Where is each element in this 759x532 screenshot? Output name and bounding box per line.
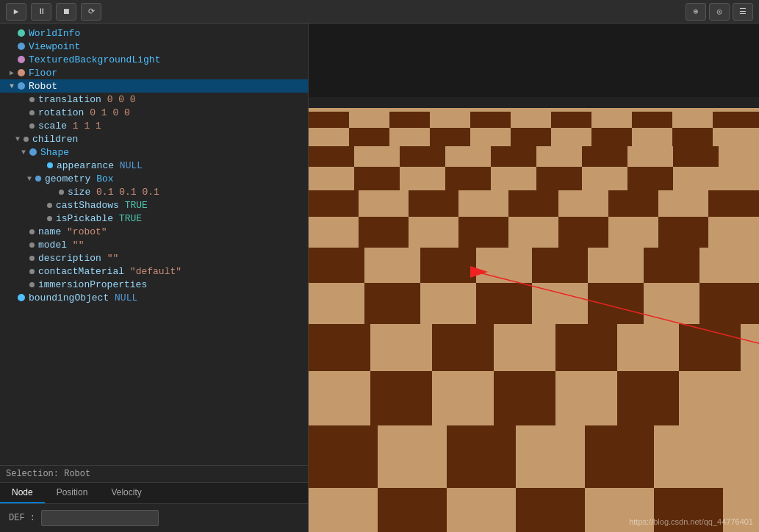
dot-boundingobject xyxy=(18,294,25,301)
dot-ispickable xyxy=(47,216,52,221)
dot-size xyxy=(59,190,64,195)
svg-rect-16 xyxy=(430,128,470,146)
svg-rect-41 xyxy=(644,248,699,283)
toolbar: ▶ ⏸ ⏹ ⟳ ⊕ ◎ ☰ xyxy=(0,0,759,24)
dot-texturedbg xyxy=(18,56,25,63)
tree-item-immersionprops[interactable]: immersionProperties xyxy=(0,278,308,291)
right-panel: https://blog.csdn.net/qq_44776401 xyxy=(309,24,759,532)
arrow-robot: ▼ xyxy=(6,80,18,92)
label-ispickable: isPickable TRUE xyxy=(56,213,142,224)
svg-rect-14 xyxy=(713,112,759,128)
label-viewpoint: Viewpoint xyxy=(29,41,80,52)
tree-item-viewpoint[interactable]: Viewpoint xyxy=(0,40,308,53)
label-shape: Shape xyxy=(40,147,69,158)
svg-rect-9 xyxy=(309,112,349,128)
arrow-contactmaterial xyxy=(18,265,29,277)
viewport-svg xyxy=(309,24,759,532)
tree-item-geometry[interactable]: ▼ geometry Box xyxy=(0,172,308,185)
toolbar-btn-step[interactable]: ⟳ xyxy=(81,3,101,21)
toolbar-btn-c[interactable]: ☰ xyxy=(733,3,753,21)
def-label: DEF : xyxy=(9,513,35,523)
svg-rect-46 xyxy=(309,324,370,371)
svg-rect-22 xyxy=(491,146,536,167)
tab-position[interactable]: Position xyxy=(45,483,100,503)
svg-rect-21 xyxy=(400,146,445,167)
label-translation: translation 0 0 0 xyxy=(38,94,136,105)
arrow-translation xyxy=(18,93,29,105)
tree-item-name[interactable]: name "robot" xyxy=(0,225,308,238)
label-worldinfo: WorldInfo xyxy=(29,28,80,39)
tree-item-children[interactable]: ▼ children xyxy=(0,132,308,145)
svg-rect-34 xyxy=(359,217,409,248)
svg-rect-13 xyxy=(632,112,672,128)
svg-rect-33 xyxy=(708,190,759,217)
svg-rect-38 xyxy=(309,248,364,283)
def-row: DEF : xyxy=(0,504,308,532)
dot-scale xyxy=(29,123,35,129)
selection-text: Selection: Robot xyxy=(6,469,90,479)
tree-item-ispickable[interactable]: isPickable TRUE xyxy=(0,212,308,225)
svg-rect-56 xyxy=(378,488,447,532)
toolbar-btn-pause[interactable]: ⏸ xyxy=(31,3,51,21)
svg-rect-18 xyxy=(591,128,632,146)
svg-rect-25 xyxy=(354,167,400,190)
tab-node[interactable]: Node xyxy=(0,483,45,503)
arrow-shape: ▼ xyxy=(18,146,29,158)
tree-item-floor[interactable]: ▶ Floor xyxy=(0,66,308,79)
tab-velocity[interactable]: Velocity xyxy=(99,483,153,503)
svg-rect-32 xyxy=(608,190,658,217)
arrow-texturedbg xyxy=(6,54,18,65)
tree-item-description[interactable]: description "" xyxy=(0,251,308,265)
tree-item-texturedbg[interactable]: TexturedBackgroundLight xyxy=(0,53,308,66)
label-model: model "" xyxy=(38,240,84,251)
tree-item-boundingobject[interactable]: boundingObject NULL xyxy=(0,291,308,304)
arrow-size xyxy=(47,186,59,198)
tree-item-castshadows[interactable]: castShadows TRUE xyxy=(0,198,308,212)
tree-item-shape[interactable]: ▼ Shape xyxy=(0,145,308,159)
dot-children xyxy=(24,137,29,142)
svg-rect-28 xyxy=(627,167,673,190)
dot-floor xyxy=(18,69,25,76)
selection-bar: Selection: Robot xyxy=(0,466,308,483)
svg-rect-50 xyxy=(370,371,432,425)
tree-item-rotation[interactable]: rotation 0 1 0 0 xyxy=(0,106,308,119)
bottom-panel: Selection: Robot Node Position Velocity … xyxy=(0,465,308,532)
arrow-appearance xyxy=(35,159,47,171)
tree-item-scale[interactable]: scale 1 1 1 xyxy=(0,119,308,132)
svg-rect-36 xyxy=(558,217,608,248)
toolbar-btn-play[interactable]: ▶ xyxy=(6,3,26,21)
tree-item-size[interactable]: size 0.1 0.1 0.1 xyxy=(0,185,308,198)
svg-rect-52 xyxy=(617,371,679,425)
dot-viewpoint xyxy=(18,43,25,50)
label-size: size 0.1 0.1 0.1 xyxy=(68,187,159,198)
scene-tree[interactable]: WorldInfo Viewpoint TexturedBackgroundLi… xyxy=(0,24,308,465)
svg-rect-27 xyxy=(536,167,582,190)
svg-rect-57 xyxy=(516,488,585,532)
dot-description xyxy=(29,256,35,261)
toolbar-btn-b[interactable]: ◎ xyxy=(709,3,730,21)
svg-rect-15 xyxy=(349,128,389,146)
tree-item-worldinfo[interactable]: WorldInfo xyxy=(0,26,308,40)
arrow-scale xyxy=(18,120,29,132)
svg-rect-54 xyxy=(447,425,516,488)
tree-item-appearance[interactable]: appearance NULL xyxy=(0,159,308,172)
svg-rect-42 xyxy=(364,283,420,324)
arrow-castshadows xyxy=(35,199,47,211)
svg-rect-24 xyxy=(673,146,719,167)
svg-rect-23 xyxy=(582,146,627,167)
label-appearance: appearance NULL xyxy=(57,160,143,171)
tree-item-contactmaterial[interactable]: contactMaterial "default" xyxy=(0,265,308,278)
tree-item-translation[interactable]: translation 0 0 0 xyxy=(0,93,308,106)
main-area: WorldInfo Viewpoint TexturedBackgroundLi… xyxy=(0,24,759,532)
svg-rect-12 xyxy=(551,112,591,128)
tree-item-model[interactable]: model "" xyxy=(0,238,308,251)
arrow-floor: ▶ xyxy=(6,67,18,79)
def-input[interactable] xyxy=(41,510,159,526)
tree-item-robot[interactable]: ▼ Robot xyxy=(0,79,308,93)
label-castshadows: castShadows TRUE xyxy=(56,200,148,211)
arrow-name xyxy=(18,226,29,237)
label-name: name "robot" xyxy=(38,226,107,237)
svg-rect-55 xyxy=(585,425,654,488)
toolbar-btn-a[interactable]: ⊕ xyxy=(686,3,706,21)
toolbar-btn-stop[interactable]: ⏹ xyxy=(56,3,76,21)
